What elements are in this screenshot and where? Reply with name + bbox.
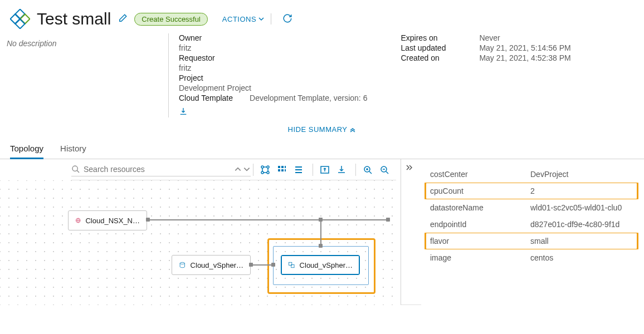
network-icon [75, 215, 81, 225]
svg-rect-2 [21, 14, 30, 24]
svg-point-6 [267, 166, 269, 168]
zoom-out-icon[interactable] [378, 164, 391, 176]
tab-bar: Topology History [0, 139, 644, 159]
page-header: Test small Create Successful ACTIONS [0, 0, 644, 33]
owner-value: fritz [179, 43, 367, 52]
prop-row: costCenterDevProject [421, 166, 644, 183]
created-value: May 21, 2021, 4:52:38 PM [479, 53, 570, 62]
download-icon[interactable] [179, 107, 367, 117]
project-label: Project [179, 73, 367, 82]
search-nav [234, 165, 251, 173]
disk-icon [179, 260, 186, 270]
svg-rect-11 [285, 166, 286, 168]
view-grid-icon[interactable] [276, 164, 288, 176]
topology-canvas[interactable]: Cloud_NSX_N… Cloud_vSpher… Cloud_vSpher… [0, 180, 401, 305]
main-content: Cloud_NSX_N… Cloud_vSpher… Cloud_vSpher… [0, 159, 644, 305]
prop-row: flavorsmall [421, 233, 644, 249]
view-graph-icon[interactable] [259, 164, 271, 176]
chevron-down-icon [258, 16, 264, 22]
import-down-icon[interactable] [335, 164, 348, 176]
updated-label: Last updated [401, 43, 446, 52]
svg-rect-12 [278, 169, 280, 171]
template-value: Development Template, version: 6 [250, 94, 367, 102]
summary-section: No description Owner fritz Requestor fri… [0, 33, 644, 122]
expires-value: Never [479, 33, 570, 42]
properties-panel: costCenterDevProject cpuCount2 datastore… [401, 159, 644, 305]
chevron-double-up-icon [349, 127, 356, 133]
owner-label: Owner [179, 33, 367, 42]
prop-row: datastoreNamewld01-sc2vc05-wld01-clu0 [421, 199, 644, 216]
node-disk[interactable]: Cloud_vSpher… [172, 255, 251, 275]
tab-history[interactable]: History [60, 139, 86, 159]
description: No description [7, 33, 168, 117]
template-label: Cloud Template [179, 94, 233, 102]
svg-point-5 [261, 166, 264, 168]
node-nsx[interactable]: Cloud_NSX_N… [68, 210, 147, 230]
properties-list: costCenterDevProject cpuCount2 datastore… [421, 159, 644, 305]
svg-rect-10 [281, 166, 284, 168]
created-label: Created on [401, 53, 446, 62]
expires-label: Expires on [401, 33, 446, 42]
view-list-icon[interactable] [292, 164, 305, 176]
svg-rect-3 [16, 19, 25, 29]
chevron-up-icon[interactable] [234, 165, 242, 173]
svg-point-8 [267, 171, 269, 174]
svg-rect-9 [278, 166, 280, 168]
project-value: Development Project [179, 84, 367, 92]
svg-point-4 [72, 166, 77, 171]
zoom-in-icon[interactable] [362, 164, 374, 176]
updated-value: May 21, 2021, 5:14:56 PM [479, 43, 570, 52]
requestor-label: Requestor [179, 53, 367, 62]
search-input-wrap [71, 163, 251, 176]
svg-rect-1 [11, 14, 20, 24]
search-icon [71, 165, 80, 174]
actions-dropdown[interactable]: ACTIONS [222, 15, 264, 23]
svg-rect-13 [281, 169, 284, 171]
svg-rect-14 [285, 169, 286, 171]
page-title: Test small [37, 9, 111, 28]
tab-topology[interactable]: Topology [10, 139, 43, 159]
prop-row: imagecentos [421, 249, 644, 266]
svg-point-7 [261, 171, 264, 174]
separator [271, 13, 271, 24]
prop-row: endpointIdd827e01c-df9e-4c80-9f1d [421, 216, 644, 233]
hide-summary-toggle[interactable]: HIDE SUMMARY [0, 122, 644, 139]
chevron-down-icon[interactable] [243, 165, 251, 173]
deployment-logo-icon [10, 9, 30, 29]
topology-canvas-area: Cloud_NSX_N… Cloud_vSpher… Cloud_vSpher… [0, 159, 401, 305]
refresh-icon[interactable] [282, 13, 292, 25]
prop-row: cpuCount2 [421, 183, 644, 199]
svg-rect-0 [16, 9, 25, 19]
svg-point-20 [180, 262, 184, 264]
export-up-icon[interactable] [319, 164, 331, 176]
status-badge: Create Successful [134, 13, 208, 26]
requestor-value: fritz [179, 63, 367, 72]
expand-panel-icon[interactable] [401, 159, 421, 305]
canvas-toolbar [71, 159, 396, 180]
search-input[interactable] [84, 165, 226, 174]
edit-icon[interactable] [118, 13, 128, 25]
